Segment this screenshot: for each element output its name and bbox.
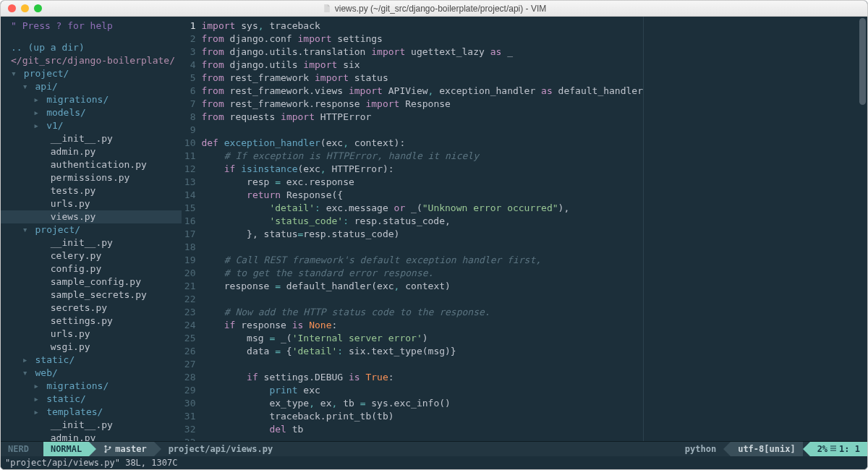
tree-file[interactable]: wsgi.py (1, 341, 182, 354)
tree-folder[interactable]: ▾ project/ (1, 67, 182, 80)
tree-file[interactable]: admin.py (1, 145, 182, 158)
status-percent: 2% (817, 444, 827, 454)
status-position: 2% 1: 1 (810, 442, 867, 456)
code-line[interactable]: def exception_handler(exc, context): (201, 137, 643, 150)
tree-file[interactable]: sample_secrets.py (1, 289, 182, 302)
code-line[interactable] (201, 241, 643, 254)
line-number: 32 (182, 423, 195, 436)
status-filetype: python (678, 442, 723, 456)
tree-folder[interactable]: ▸ static/ (1, 354, 182, 367)
code-line[interactable] (201, 293, 643, 306)
tree-file[interactable]: sample_config.py (1, 275, 182, 289)
tree-folder[interactable]: ▸ migrations/ (1, 93, 182, 106)
tree-file[interactable]: urls.py (1, 197, 182, 210)
code-line[interactable]: if response is None: (201, 319, 643, 332)
tree-file[interactable]: permissions.py (1, 171, 182, 184)
tree-file[interactable]: __init__.py (1, 132, 182, 145)
code-line[interactable]: data = {'detail': six.text_type(msg)} (201, 345, 643, 358)
code-editor[interactable]: 1234567891011121314151617181920212223242… (182, 17, 643, 441)
tree-folder[interactable]: ▸ templates/ (1, 406, 182, 419)
svg-point-2 (109, 446, 111, 448)
svg-point-0 (105, 445, 107, 448)
vim-window: views.py (~/git_src/django-boilerplate/p… (0, 0, 868, 470)
tree-file[interactable]: __init__.py (1, 419, 182, 432)
code-line[interactable]: from django.conf import settings (201, 33, 643, 46)
line-number: 17 (182, 228, 195, 241)
tree-file[interactable]: config.py (1, 262, 182, 275)
code-line[interactable]: 'detail': exc.message or _("Unknown erro… (201, 202, 643, 215)
line-number: 14 (182, 189, 195, 202)
status-linecol: 1: 1 (839, 444, 860, 454)
code-line[interactable]: from requests import HTTPError (201, 111, 643, 124)
code-line[interactable]: if settings.DEBUG is True: (201, 371, 643, 384)
line-number: 10 (182, 137, 195, 150)
command-line[interactable]: "project/api/views.py" 38L, 1307C (1, 456, 867, 469)
tree-file[interactable]: views.py (1, 210, 182, 223)
tree-folder[interactable]: ▾ project/ (1, 223, 182, 236)
code-line[interactable]: # Now add the HTTP status code to the re… (201, 306, 643, 319)
line-number: 2 (182, 33, 195, 46)
line-number: 28 (182, 371, 195, 384)
window-title-text: views.py (~/git_src/django-boilerplate/p… (335, 4, 546, 14)
code-line[interactable]: # Call REST framework's default exceptio… (201, 254, 643, 267)
tree-folder[interactable]: ▸ models/ (1, 106, 182, 119)
code-line[interactable]: ex_type, ex, tb = sys.exc_info() (201, 397, 643, 410)
tree-folder[interactable]: ▸ static/ (1, 393, 182, 406)
status-mode: NORMAL (43, 442, 89, 456)
tree-file[interactable]: secrets.py (1, 302, 182, 315)
tree-folder[interactable]: ▾ web/ (1, 367, 182, 380)
tree-file[interactable]: settings.py (1, 315, 182, 328)
code-line[interactable]: resp = exc.response (201, 176, 643, 189)
status-left-label: NERD (1, 442, 36, 456)
line-number: 19 (182, 254, 195, 267)
code-line[interactable]: from django.utils.translation import uge… (201, 46, 643, 59)
line-number: 31 (182, 410, 195, 423)
line-number: 25 (182, 332, 195, 345)
line-number: 3 (182, 46, 195, 59)
code-line[interactable]: from rest_framework import status (201, 72, 643, 85)
status-branch: master (96, 442, 153, 456)
nerdtree[interactable]: " Press ? for help .. (up a dir) </git_s… (1, 17, 182, 441)
code-line[interactable]: return Response({ (201, 189, 643, 202)
code-line[interactable]: print exc (201, 384, 643, 397)
tree-file[interactable]: admin.py (1, 432, 182, 442)
editor-body: " Press ? for help .. (up a dir) </git_s… (1, 17, 867, 442)
code-line[interactable] (201, 436, 643, 441)
code-line[interactable]: if isinstance(exc, HTTPError): (201, 163, 643, 176)
tree-folder[interactable]: ▸ v1/ (1, 119, 182, 132)
scrollbar[interactable] (859, 18, 866, 105)
tree-folder[interactable]: ▸ migrations/ (1, 380, 182, 393)
code-line[interactable]: traceback.print_tb(tb) (201, 410, 643, 423)
nerdtree-root[interactable]: </git_src/django-boilerplate/ (1, 54, 182, 67)
code-line[interactable]: import sys, traceback (201, 20, 643, 33)
tree-file[interactable]: tests.py (1, 184, 182, 197)
code-line[interactable]: from rest_framework.views import APIView… (201, 85, 643, 98)
code-line[interactable]: from rest_framework.response import Resp… (201, 98, 643, 111)
code-line[interactable] (201, 124, 643, 137)
line-number: 4 (182, 59, 195, 72)
tree-file[interactable]: celery.py (1, 249, 182, 262)
titlebar: views.py (~/git_src/django-boilerplate/p… (1, 1, 867, 17)
nerdtree-updir[interactable]: .. (up a dir) (1, 33, 182, 54)
code-line[interactable] (201, 358, 643, 371)
code-line[interactable]: # If exception is HTTPError, handle it n… (201, 150, 643, 163)
code-line[interactable]: msg = _('Internal server error') (201, 332, 643, 345)
code-line[interactable]: 'status_code': resp.status_code, (201, 215, 643, 228)
tree-folder[interactable]: ▾ api/ (1, 80, 182, 93)
tree-file[interactable]: urls.py (1, 328, 182, 341)
code-line[interactable]: }, status=resp.status_code) (201, 228, 643, 241)
tree-file[interactable]: authentication.py (1, 158, 182, 171)
tree-file[interactable]: __init__.py (1, 236, 182, 249)
code-line[interactable]: del tb (201, 423, 643, 436)
file-icon (322, 4, 331, 13)
status-encoding: utf-8[unix] (731, 442, 802, 456)
line-number: 6 (182, 85, 195, 98)
code-line[interactable]: # to get the standard error response. (201, 267, 643, 280)
status-branch-name: master (115, 444, 146, 454)
code-content[interactable]: import sys, tracebackfrom django.conf im… (201, 20, 643, 441)
statusline: NERD NORMAL master project/api/views.py … (1, 442, 867, 456)
code-line[interactable]: response = default_handler(exc, context) (201, 280, 643, 293)
code-line[interactable]: from django.utils import six (201, 59, 643, 72)
line-number: 18 (182, 241, 195, 254)
line-number: 29 (182, 384, 195, 397)
